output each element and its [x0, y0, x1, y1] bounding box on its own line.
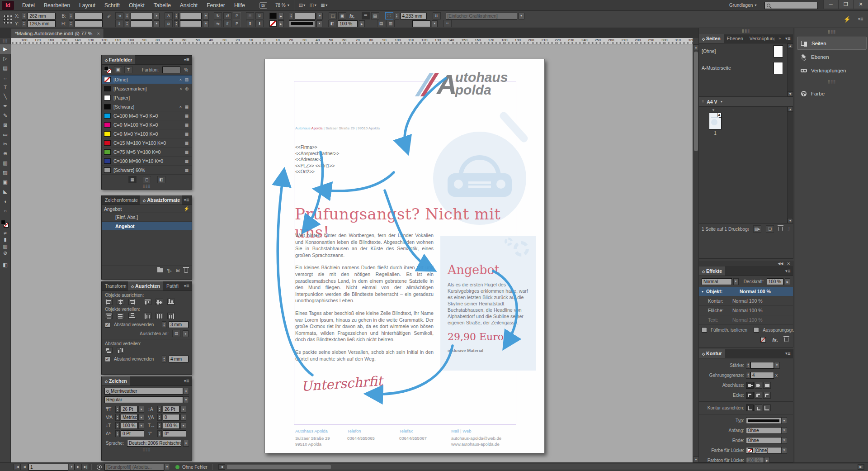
tool-type[interactable]: T [0, 82, 11, 92]
formatting-text-icon[interactable]: T [124, 66, 132, 73]
view-small-icon[interactable]: ◻ [143, 176, 151, 183]
effects-row-object[interactable]: ▼ Objekt: Normal 100 % [699, 287, 793, 296]
tool-selection[interactable]: ▶ [0, 44, 11, 54]
fill-swatch[interactable] [269, 13, 277, 19]
cap-butt-icon[interactable] [746, 382, 754, 389]
weight-stepper[interactable]: ▲▼ [746, 362, 750, 369]
tab-effekte[interactable]: ◇ Effekte [699, 266, 725, 276]
y-stepper[interactable]: ▲▼ [22, 20, 26, 27]
scroll-right-icon[interactable]: ▶ [858, 464, 864, 470]
stroke-weight-field[interactable] [295, 13, 316, 19]
menu-item[interactable]: Bearbeiten [39, 0, 75, 11]
font-family-dropdown[interactable]: ▼ [183, 388, 189, 395]
knockout-group-checkbox[interactable] [754, 327, 759, 333]
panel-menu-icon[interactable]: ▾≣ [783, 34, 793, 43]
vertical-scrollbar[interactable]: ▲ ▼ [693, 44, 698, 462]
apply-color-button[interactable]: ▮ [0, 236, 11, 243]
miter-field[interactable]: 4 [750, 372, 774, 379]
cap-round-icon[interactable] [755, 382, 762, 389]
dock-grip[interactable]: ⣿⣿⣿ [795, 77, 868, 86]
select-next-icon[interactable]: ⬇ [255, 20, 264, 27]
tool-rectangle[interactable]: ▭ [0, 130, 11, 139]
swatch-row[interactable]: [Schwarz] 60% ▦ [102, 166, 192, 175]
first-page-icon[interactable]: |◀ [14, 464, 21, 470]
rotate-ccw-button[interactable]: ↺ [223, 12, 231, 19]
tracking-stepper[interactable]: ▲▼ [157, 414, 162, 421]
swap-fill-stroke-icon[interactable]: ⇄ [0, 230, 11, 236]
stroke-type-select[interactable] [289, 20, 315, 27]
distribute-hcenter-icon[interactable] [156, 313, 163, 319]
hscale-field[interactable]: 100 % [163, 422, 179, 429]
corner-options-icon[interactable]: ⛶ [385, 12, 393, 19]
miter-stepper[interactable]: ▲▼ [746, 372, 750, 379]
tool-free-transform[interactable]: ⊕ [0, 149, 11, 158]
effects-row-stroke[interactable]: Kontur:Normal 100 % [699, 296, 793, 306]
caret-down-icon[interactable]: ▼ [699, 290, 706, 293]
distribute-left-icon[interactable] [144, 313, 151, 319]
spacing-field[interactable]: 3 mm [169, 321, 189, 328]
document-tab[interactable]: *Mailing-Autobranche.indd @ 77 % × [11, 28, 104, 38]
dock-item-ebenen[interactable]: Ebenen [797, 50, 867, 63]
tool-note[interactable]: ▣ [0, 177, 11, 187]
divider-grip[interactable]: ⠿ [702, 100, 704, 104]
opacity-field[interactable]: 100 % [338, 20, 358, 27]
tab-close-icon[interactable]: × [97, 31, 99, 36]
x-stepper[interactable]: ▲▼ [22, 13, 26, 19]
align-right-icon[interactable] [128, 299, 136, 305]
fx-menu[interactable]: fx, [348, 12, 357, 19]
align-top-icon[interactable] [144, 299, 151, 305]
shear-stepper[interactable]: ▲▼ [174, 20, 179, 27]
close-button[interactable]: ✕ [853, 0, 868, 9]
vscale-stepper[interactable]: ▲▼ [115, 422, 120, 429]
tab-ausrichten[interactable]: ◇ Ausrichten [128, 281, 163, 290]
tab-transform[interactable]: Transform [102, 281, 128, 290]
textwrap-jump-icon[interactable]: ▤ [377, 20, 385, 27]
distribute-vspace-icon[interactable] [105, 347, 113, 353]
leading-field[interactable]: 26 Pt [163, 406, 179, 413]
textwrap-bounding-icon[interactable]: ▤ [371, 12, 379, 19]
tool-scissors[interactable]: ✂ [0, 139, 11, 149]
restore-button[interactable]: ❐ [838, 0, 853, 9]
panel-resize-grip[interactable]: ⣸ [788, 227, 790, 231]
align-vcenter-icon[interactable] [156, 299, 163, 305]
folder-icon[interactable] [157, 268, 163, 272]
scale-x-field[interactable] [131, 13, 152, 19]
workspace-switcher[interactable]: Grundlagen ▼ [727, 2, 759, 9]
baseline-stepper[interactable]: ▲▼ [115, 430, 120, 437]
opacity-dropdown[interactable]: ▶ [359, 20, 365, 27]
reference-point-proxy[interactable] [3, 15, 12, 24]
close-panel-icon[interactable]: ✕ [787, 262, 790, 266]
panel-menu-icon[interactable]: ▾≣ [783, 349, 793, 358]
tool-direct-selection[interactable]: ▷ [0, 54, 11, 63]
bridge-button[interactable]: Br [259, 2, 267, 9]
master-row-ohne[interactable]: [Ohne] [699, 43, 793, 59]
dock-grip[interactable]: ⣿⣿⣿ [795, 28, 868, 36]
effects-opacity-field[interactable]: 100 % [767, 278, 783, 285]
font-style-dropdown[interactable]: ▼ [183, 396, 189, 403]
swatch-row[interactable]: C=75 M=5 Y=100 K=0 ▦ [102, 147, 192, 157]
select-content-icon[interactable]: ⍗ [255, 12, 264, 19]
rotation-stepper[interactable]: ▲▼ [174, 13, 179, 19]
font-style-field[interactable]: Regular [104, 396, 183, 403]
masters-scrollbar[interactable]: ▲ ▼ [787, 43, 793, 96]
clear-effects-icon[interactable] [760, 337, 766, 343]
page-thumbnail[interactable]: A [709, 113, 722, 129]
dock-item-verknuepfungen[interactable]: Verknüpfungen [797, 64, 867, 77]
width-field[interactable] [75, 13, 103, 19]
frame-fitting-icon[interactable]: ⠿ [433, 12, 441, 19]
page-size-select[interactable]: A4 V [707, 99, 717, 105]
zoom-level-select[interactable]: 78 % ▼ [274, 2, 292, 9]
last-page-icon[interactable]: ▶| [82, 464, 89, 470]
join-round-icon[interactable] [755, 392, 762, 399]
baseline-field[interactable]: 0 Pt [121, 430, 144, 437]
preflight-profile-select[interactable]: [Grundprofil] (Arbeits... [104, 464, 164, 471]
stroke-dropdown[interactable]: ▶ [278, 20, 284, 27]
stroke-align-outside-icon[interactable] [763, 404, 771, 411]
isolate-blending-checkbox[interactable] [702, 327, 707, 333]
document-page[interactable]: A utohauspolda Autohaus Apolda | Sulzaer… [264, 59, 545, 453]
stroke-weight-stepper[interactable]: ▲▼ [289, 13, 293, 19]
distribute-bottom-icon[interactable] [128, 313, 136, 319]
start-dropdown[interactable]: ▼ [781, 427, 787, 434]
tool-gap[interactable]: ↔ [0, 73, 11, 82]
scale-y-stepper[interactable]: ▲▼ [125, 20, 129, 27]
